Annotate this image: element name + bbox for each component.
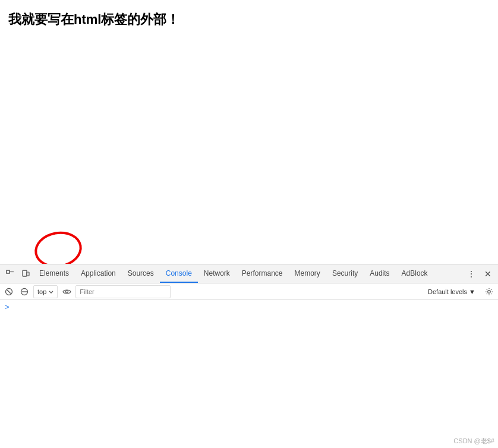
svg-rect-2 xyxy=(23,270,27,276)
console-prompt-line[interactable]: > xyxy=(5,302,493,311)
console-context-select[interactable]: top xyxy=(33,285,58,298)
tab-memory[interactable]: Memory xyxy=(289,264,326,283)
devtools-console-output[interactable]: > xyxy=(0,300,498,448)
tab-performance[interactable]: Performance xyxy=(236,264,289,283)
page-heading: 我就要写在html标签的外部！ xyxy=(8,11,490,29)
devtools-console-bar: top Default levels ▼ xyxy=(0,283,498,300)
console-clear-icon[interactable] xyxy=(2,285,15,298)
devtools-more-icon[interactable]: ⋮ xyxy=(464,266,479,282)
console-default-levels-label: Default levels ▼ xyxy=(428,288,475,295)
devtools-device-icon[interactable] xyxy=(18,266,33,282)
watermark: CSDN @老$# xyxy=(453,437,494,446)
svg-line-5 xyxy=(7,290,11,294)
tab-elements[interactable]: Elements xyxy=(33,264,75,283)
tab-application[interactable]: Application xyxy=(75,264,122,283)
svg-point-9 xyxy=(488,290,491,293)
console-context-chevron-icon xyxy=(49,289,53,294)
console-context-label: top xyxy=(37,288,46,295)
console-block-icon[interactable] xyxy=(18,285,31,298)
tab-audits[interactable]: Audits xyxy=(364,264,395,283)
svg-rect-0 xyxy=(7,270,10,273)
svg-point-8 xyxy=(65,291,68,293)
browser-content: 我就要写在html标签的外部！ xyxy=(0,0,498,261)
devtools-tabs: Elements Application Sources Console Net… xyxy=(33,264,464,283)
devtools-panel: Elements Application Sources Console Net… xyxy=(0,264,498,448)
devtools-close-icon[interactable]: ✕ xyxy=(480,266,496,282)
console-default-levels-button[interactable]: Default levels ▼ xyxy=(423,288,480,295)
tab-security[interactable]: Security xyxy=(326,264,364,283)
tab-network[interactable]: Network xyxy=(198,264,236,283)
svg-rect-3 xyxy=(27,272,29,276)
tab-adblock[interactable]: AdBlock xyxy=(396,264,434,283)
console-settings-icon[interactable] xyxy=(483,285,496,298)
tab-sources[interactable]: Sources xyxy=(122,264,160,283)
devtools-toolbar: Elements Application Sources Console Net… xyxy=(0,264,498,283)
tab-console[interactable]: Console xyxy=(160,264,198,283)
console-prompt-arrow: > xyxy=(5,302,10,311)
devtools-toolbar-right: ⋮ ✕ xyxy=(464,266,496,282)
console-eye-icon[interactable] xyxy=(60,285,73,298)
devtools-inspect-icon[interactable] xyxy=(2,266,18,282)
console-filter-input[interactable] xyxy=(75,285,171,298)
